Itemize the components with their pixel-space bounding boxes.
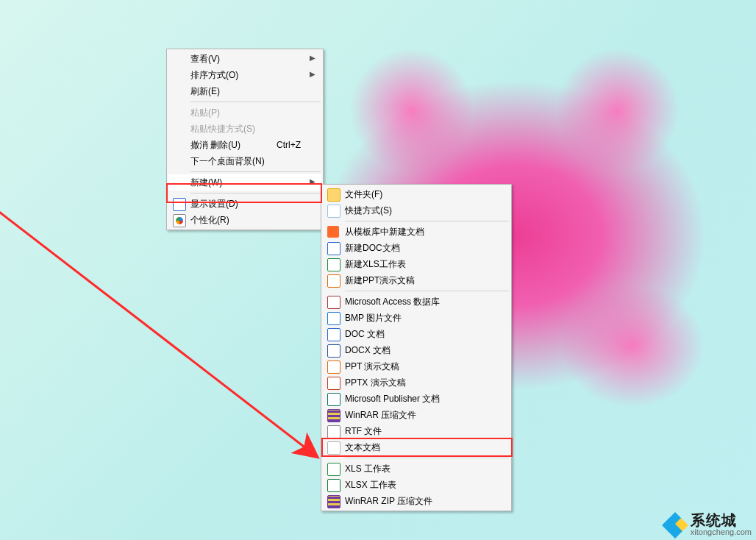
xlsx-icon xyxy=(327,479,340,492)
doc-icon xyxy=(327,242,340,255)
menu-item-label: 撤消 删除(U) xyxy=(190,139,259,152)
menu-item-label: 排序方式(O) xyxy=(190,69,301,82)
txt-icon xyxy=(327,441,340,455)
menu-item-label: 粘贴快捷方式(S) xyxy=(190,123,301,135)
context-menu-item-6[interactable]: 撤消 删除(U)Ctrl+Z xyxy=(168,137,321,153)
new-submenu-item-13[interactable]: PPTX 演示文稿 xyxy=(323,374,510,391)
new-submenu-item-10[interactable]: DOC 文档 xyxy=(323,326,510,342)
new-submenu-item-16[interactable]: RTF 文件 xyxy=(323,423,510,439)
context-menu-item-4: 粘贴(P) xyxy=(168,104,321,121)
menu-item-label: 新建PPT演示文稿 xyxy=(345,274,489,287)
bmp-icon xyxy=(327,312,340,325)
new-submenu-item-12[interactable]: PPT 演示文稿 xyxy=(323,358,510,374)
chevron-right-icon: ▶ xyxy=(310,54,315,62)
context-menu-item-9[interactable]: 新建(W)▶ xyxy=(168,174,321,191)
new-submenu-item-8[interactable]: Microsoft Access 数据库 xyxy=(323,294,510,310)
context-menu-item-5: 粘贴快捷方式(S) xyxy=(168,121,321,137)
new-submenu-item-14[interactable]: Microsoft Publisher 文档 xyxy=(323,391,510,407)
menu-item-label: WinRAR 压缩文件 xyxy=(345,409,489,422)
new-submenu-item-9[interactable]: BMP 图片文件 xyxy=(323,310,510,326)
menu-item-label: 刷新(E) xyxy=(190,85,301,98)
new-submenu-item-11[interactable]: DOCX 文档 xyxy=(323,342,510,358)
chevron-right-icon: ▶ xyxy=(310,70,315,78)
menu-item-label: 文件夹(F) xyxy=(345,188,489,201)
ppt-icon xyxy=(327,360,340,374)
display-icon xyxy=(173,198,186,211)
context-menu-item-2[interactable]: 刷新(E) xyxy=(168,83,321,99)
menu-item-shortcut: Ctrl+Z xyxy=(277,140,301,150)
menu-item-label: 粘贴(P) xyxy=(190,107,301,119)
new-submenu-item-5[interactable]: 新建XLS工作表 xyxy=(323,256,510,272)
menu-item-label: 新建DOC文档 xyxy=(345,242,489,255)
menu-separator xyxy=(345,291,509,291)
menu-item-label: 新建XLS工作表 xyxy=(345,258,489,271)
pptx-icon xyxy=(327,377,340,390)
wps-icon xyxy=(327,226,339,238)
menu-separator xyxy=(190,193,321,193)
menu-separator xyxy=(190,171,321,172)
acc-icon xyxy=(327,296,340,309)
menu-item-label: DOC 文档 xyxy=(345,328,489,341)
pub-icon xyxy=(327,393,340,406)
menu-separator xyxy=(190,102,321,102)
rtf-icon xyxy=(327,425,340,438)
context-menu-item-1[interactable]: 排序方式(O)▶ xyxy=(168,67,321,83)
menu-separator xyxy=(345,458,509,458)
menu-item-label: 文本文档 xyxy=(345,441,489,454)
chevron-right-icon: ▶ xyxy=(310,177,315,185)
new-submenu-item-15[interactable]: WinRAR 压缩文件 xyxy=(323,407,510,423)
xls-icon xyxy=(327,258,340,271)
context-menu-item-11[interactable]: 显示设置(D) xyxy=(168,196,321,212)
menu-item-label: XLS 工作表 xyxy=(345,463,489,475)
new-submenu-item-6[interactable]: 新建PPT演示文稿 xyxy=(323,272,510,288)
new-submenu-item-3[interactable]: 从模板库中新建文档 xyxy=(323,224,510,240)
rar-icon xyxy=(327,409,340,422)
menu-item-label: 从模板库中新建文档 xyxy=(345,226,489,238)
watermark: 系统城 xitongcheng.com xyxy=(664,513,752,537)
new-submenu-item-21[interactable]: WinRAR ZIP 压缩文件 xyxy=(323,493,510,509)
context-menu-item-12[interactable]: 个性化(R) xyxy=(168,212,321,228)
new-submenu-item-20[interactable]: XLSX 工作表 xyxy=(323,477,510,493)
xls-icon xyxy=(327,463,340,476)
context-menu-item-0[interactable]: 查看(V)▶ xyxy=(168,51,321,67)
menu-item-label: 新建(W) xyxy=(190,177,301,189)
menu-item-label: 下一个桌面背景(N) xyxy=(190,155,301,168)
folder-icon xyxy=(327,188,340,202)
docx-icon xyxy=(327,344,340,358)
new-submenu-item-1[interactable]: 快捷方式(S) xyxy=(323,202,510,219)
new-submenu: 文件夹(F)快捷方式(S)从模板库中新建文档新建DOC文档新建XLS工作表新建P… xyxy=(321,184,512,511)
new-submenu-item-0[interactable]: 文件夹(F) xyxy=(323,186,510,202)
new-submenu-item-19[interactable]: XLS 工作表 xyxy=(323,461,510,477)
rar-icon xyxy=(327,495,340,508)
menu-item-label: BMP 图片文件 xyxy=(345,312,489,324)
desktop-context-menu: 查看(V)▶排序方式(O)▶刷新(E)粘贴(P)粘贴快捷方式(S)撤消 删除(U… xyxy=(166,49,324,230)
new-submenu-item-4[interactable]: 新建DOC文档 xyxy=(323,240,510,256)
menu-item-label: Microsoft Access 数据库 xyxy=(345,296,489,308)
menu-item-label: RTF 文件 xyxy=(345,425,489,438)
menu-item-label: 个性化(R) xyxy=(190,214,301,227)
watermark-title: 系统城 xyxy=(691,513,752,528)
link-icon xyxy=(327,205,340,218)
watermark-logo xyxy=(664,514,686,536)
watermark-url: xitongcheng.com xyxy=(691,528,752,537)
doc-icon xyxy=(327,328,340,341)
menu-item-label: DOCX 文档 xyxy=(345,344,489,357)
menu-item-label: WinRAR ZIP 压缩文件 xyxy=(345,495,489,508)
pers-icon xyxy=(173,214,186,227)
menu-item-label: PPT 演示文稿 xyxy=(345,360,489,373)
ppt-icon xyxy=(327,274,340,288)
menu-item-label: 查看(V) xyxy=(190,53,301,65)
menu-item-label: 显示设置(D) xyxy=(190,198,301,210)
menu-item-label: XLSX 工作表 xyxy=(345,479,489,491)
context-menu-item-7[interactable]: 下一个桌面背景(N) xyxy=(168,153,321,169)
menu-item-label: 快捷方式(S) xyxy=(345,205,489,217)
menu-item-label: Microsoft Publisher 文档 xyxy=(345,393,489,405)
menu-separator xyxy=(345,221,509,221)
new-submenu-item-17[interactable]: 文本文档 xyxy=(323,439,510,455)
menu-item-label: PPTX 演示文稿 xyxy=(345,377,489,389)
